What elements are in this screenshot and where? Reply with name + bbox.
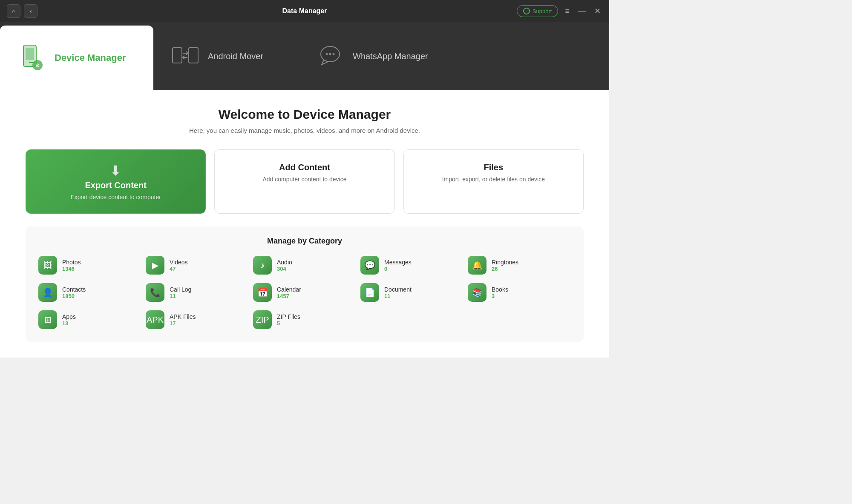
contacts-name: Contacts [62,286,86,293]
minimize-button[interactable]: — [576,7,587,16]
category-item-photos[interactable]: 🖼Photos1346 [38,256,141,275]
document-name: Document [384,286,412,293]
messages-count: 0 [384,266,412,272]
videos-count: 47 [170,266,188,272]
videos-name: Videos [170,259,188,266]
category-section-title: Manage by Category [38,237,571,246]
messages-name: Messages [384,259,412,266]
title-bar: ⌂ ‹ Data Manager ? Support ≡ — ✕ [0,0,609,22]
add-content-subtitle: Add computer content to device [223,176,386,183]
category-item-messages[interactable]: 💬Messages0 [360,256,463,275]
welcome-title: Welcome to Device Manager [26,107,584,122]
menu-button[interactable]: ≡ [563,7,571,16]
calendar-name: Calendar [277,286,301,293]
export-arrow-icon: ⬇ [35,163,197,179]
messages-icon: 💬 [360,256,379,275]
files-title: Files [412,163,575,172]
app-title: Data Manager [282,7,327,15]
svg-text:⚙: ⚙ [35,63,40,69]
whatsapp-manager-icon [315,41,345,71]
call-log-name: Call Log [170,286,191,293]
main-content: Welcome to Device Manager Here, you can … [0,90,609,358]
books-name: Books [492,286,508,293]
audio-name: Audio [277,259,292,266]
category-item-call-log[interactable]: 📞Call Log11 [146,283,249,302]
photos-icon: 🖼 [38,256,57,275]
apk-files-count: 17 [170,320,196,326]
category-item-audio[interactable]: ♪Audio304 [253,256,356,275]
nav-tabs: ⚙ Device Manager Android Mover WhatsApp … [0,22,609,90]
support-icon: ? [523,8,530,14]
zip-files-count: 5 [277,320,300,326]
svg-point-9 [326,53,328,55]
apk-files-icon: APK [146,310,164,329]
files-subtitle: Import, export, or delete files on devic… [412,176,575,183]
books-count: 3 [492,293,508,299]
title-bar-left: ⌂ ‹ [7,4,37,18]
svg-rect-7 [189,48,198,63]
title-bar-right: ? Support ≡ — ✕ [517,5,602,17]
zip-files-icon: ZIP [253,310,272,329]
home-button[interactable]: ⌂ [7,4,20,18]
export-content-title: Export Content [35,180,197,190]
category-item-contacts[interactable]: 👤Contacts1850 [38,283,141,302]
contacts-icon: 👤 [38,283,57,302]
category-section: Manage by Category 🖼Photos1346▶Videos47♪… [26,226,584,342]
photos-count: 1346 [62,266,81,272]
calendar-count: 1457 [277,293,301,299]
back-button[interactable]: ‹ [24,4,37,18]
contacts-count: 1850 [62,293,86,299]
document-icon: 📄 [360,283,379,302]
svg-rect-2 [26,48,34,60]
category-item-apk-files[interactable]: APKAPK Files17 [146,310,249,329]
ringtones-icon: 🔔 [468,256,486,275]
category-item-document[interactable]: 📄Document11 [360,283,463,302]
files-card[interactable]: Files Import, export, or delete files on… [403,149,584,214]
category-item-books[interactable]: 📚Books3 [468,283,571,302]
zip-files-name: ZIP Files [277,313,300,320]
document-count: 11 [384,293,412,299]
tab-android-mover[interactable]: Android Mover [153,22,298,90]
photos-name: Photos [62,259,81,266]
home-icon: ⌂ [12,8,15,14]
tab-whatsapp-manager[interactable]: WhatsApp Manager [298,22,460,90]
apk-files-name: APK Files [170,313,196,320]
apps-icon: ⊞ [38,310,57,329]
support-button[interactable]: ? Support [517,5,558,17]
add-content-card[interactable]: Add Content Add computer content to devi… [214,149,394,214]
audio-icon: ♪ [253,256,272,275]
android-mover-icon [170,41,200,71]
category-item-zip-files[interactable]: ZIPZIP Files5 [253,310,356,329]
back-icon: ‹ [30,8,32,14]
close-button[interactable]: ✕ [593,6,602,16]
android-mover-label: Android Mover [208,52,263,61]
apps-count: 13 [62,320,76,326]
export-content-card[interactable]: ⬇ Export Content Export device content t… [26,149,206,214]
call-log-icon: 📞 [146,283,164,302]
category-item-apps[interactable]: ⊞Apps13 [38,310,141,329]
category-item-calendar[interactable]: 📅Calendar1457 [253,283,356,302]
category-item-videos[interactable]: ▶Videos47 [146,256,249,275]
action-cards: ⬇ Export Content Export device content t… [26,149,584,214]
svg-rect-6 [173,48,182,63]
call-log-count: 11 [170,293,191,299]
videos-icon: ▶ [146,256,164,275]
svg-point-11 [333,53,335,55]
category-grid: 🖼Photos1346▶Videos47♪Audio304💬Messages0🔔… [38,256,571,329]
books-icon: 📚 [468,283,486,302]
ringtones-name: Ringtones [492,259,518,266]
whatsapp-manager-label: WhatsApp Manager [353,52,428,61]
add-content-title: Add Content [223,163,386,172]
ringtones-count: 26 [492,266,518,272]
device-manager-label: Device Manager [55,52,126,63]
audio-count: 304 [277,266,292,272]
svg-point-10 [329,53,331,55]
export-content-subtitle: Export device content to computer [35,194,197,200]
calendar-icon: 📅 [253,283,272,302]
device-manager-icon: ⚙ [17,43,47,73]
welcome-subtitle: Here, you can easily manage music, photo… [26,127,584,134]
apps-name: Apps [62,313,76,320]
category-item-ringtones[interactable]: 🔔Ringtones26 [468,256,571,275]
tab-device-manager[interactable]: ⚙ Device Manager [0,26,153,90]
